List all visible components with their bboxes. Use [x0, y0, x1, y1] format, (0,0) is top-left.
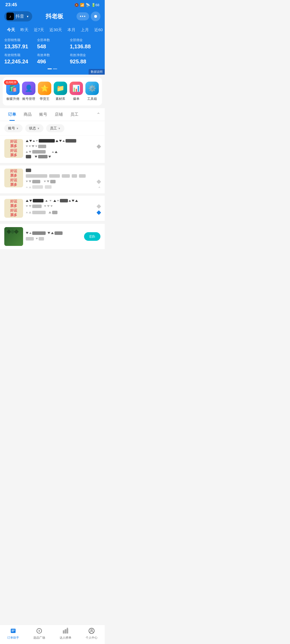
- account-manage-icon: 👤: [22, 82, 35, 95]
- brand-button[interactable]: ♪ 抖音 ▼: [4, 11, 32, 21]
- order-image-1: 好运 票多 好运 票多: [4, 139, 23, 158]
- tab-orders[interactable]: 订单: [4, 108, 20, 121]
- date-tab-7days[interactable]: 近7天: [31, 26, 47, 34]
- filter-account-button[interactable]: 账号 ▼: [4, 124, 23, 132]
- tool-label-2: 账号管理: [22, 97, 35, 101]
- status-bar: 23:45 🔕 📶 📡 🔋68: [0, 0, 105, 9]
- stat-total-sales: 全部销售额 13,357.91: [4, 38, 35, 50]
- main-tabs: 订单 商品 账号 店铺 员工 ⌃: [0, 108, 105, 121]
- bottom-product-image: [4, 227, 23, 246]
- filter-employee-arrow: ▼: [58, 127, 61, 130]
- status-time: 23:45: [5, 2, 17, 8]
- filter-row: 账号 ▼ 状态 ▼ 员工 ▼: [0, 121, 105, 136]
- order-separator-2: [0, 194, 105, 196]
- status-icons: 🔕 📶 📡 🔋68: [74, 3, 99, 7]
- page-dot-1: [48, 68, 52, 69]
- tool-icon-wrap-5: 📊: [70, 82, 83, 95]
- page-title: 抖老板: [46, 12, 63, 20]
- page-dot-2: [53, 68, 57, 69]
- order-list: 好运 票多 好运 票多: [0, 136, 105, 221]
- order-content-3: [26, 199, 100, 216]
- filter-status-button[interactable]: 状态 ▼: [25, 124, 44, 132]
- tool-icon-wrap-3: ⭐: [38, 82, 51, 95]
- tool-label-5: 爆单: [73, 97, 79, 101]
- date-tab-60days[interactable]: 近60: [92, 26, 105, 34]
- wifi-icon: 📡: [86, 3, 90, 7]
- tab-products[interactable]: 商品: [20, 108, 35, 121]
- tool-icon-wrap-4: 📁: [54, 82, 67, 95]
- signal-icon: 📶: [80, 3, 84, 7]
- quick-tools: 低佣检测 🛍️ 橱窗升佣 👤 账号管理 ⭐ 带货王 📁 素材库 �: [3, 77, 102, 105]
- stat-total-orders: 全部单数 548: [37, 38, 68, 50]
- filter-employee-label: 员工: [50, 126, 57, 131]
- brand-name: 抖音: [16, 14, 24, 19]
- header-actions: ••• ⏺: [77, 12, 100, 21]
- bottom-card: Eth: [0, 224, 105, 249]
- tool-toolbox[interactable]: ⚙️ 工具箱: [85, 82, 99, 101]
- stat-valid-sales: 有效销售额 12,245.24: [4, 53, 35, 65]
- order-item-3[interactable]: 好运 票多 好运 票多: [0, 196, 105, 221]
- order-separator-1: [0, 163, 105, 165]
- order-item-2[interactable]: 好运 票多 好运 票多: [0, 165, 105, 194]
- tool-badge-lowcommission: 低佣检测: [4, 80, 18, 85]
- action-button[interactable]: Eth: [84, 232, 100, 241]
- tool-explosive[interactable]: 📊 爆单: [70, 82, 83, 101]
- order-content-1: [26, 139, 100, 160]
- tool-window-commission[interactable]: 低佣检测 🛍️ 橱窗升佣: [6, 82, 20, 101]
- tab-collapse-icon[interactable]: ⌃: [96, 112, 100, 118]
- stats-section: 全部销售额 13,357.91 全部单数 548 全部佣金 1,136.88 有…: [0, 38, 105, 75]
- stat-total-commission: 全部佣金 1,136.88: [70, 38, 100, 50]
- mute-icon: 🔕: [74, 3, 79, 7]
- explosive-icon: 📊: [70, 82, 83, 95]
- toolbox-icon: ⚙️: [85, 82, 99, 95]
- filter-status-arrow: ▼: [37, 127, 40, 130]
- tool-material[interactable]: 📁 素材库: [54, 82, 67, 101]
- date-tab-thismonth[interactable]: 本月: [65, 26, 78, 34]
- order-item-1[interactable]: 好运 票多 好运 票多: [0, 136, 105, 163]
- tool-label-4: 素材库: [56, 97, 65, 101]
- filter-employee-button[interactable]: 员工 ▼: [46, 124, 64, 132]
- tab-store[interactable]: 店铺: [51, 108, 67, 121]
- tool-icon-wrap-6: ⚙️: [85, 82, 99, 95]
- stats-grid: 全部销售额 13,357.91 全部单数 548 全部佣金 1,136.88 有…: [4, 38, 100, 65]
- tool-label-3: 带货王: [40, 97, 49, 101]
- date-tabs: 今天 昨天 近7天 近30天 本月 上月 近60 | 📅: [0, 25, 105, 38]
- order-image-2: 好运 票多 好运 票多: [4, 169, 23, 187]
- order-image-3: 好运 票多 好运 票多: [4, 199, 23, 218]
- header: ♪ 抖音 ▼ 抖老板 ••• ⏺: [0, 9, 105, 25]
- date-tab-30days[interactable]: 近30天: [47, 26, 65, 34]
- filter-status-label: 状态: [29, 126, 36, 131]
- battery-icon: 🔋68: [91, 3, 99, 7]
- date-tab-lastmonth[interactable]: 上月: [78, 26, 92, 34]
- filter-account-label: 账号: [8, 126, 15, 131]
- bottom-content: [26, 231, 81, 242]
- tool-label-6: 工具箱: [87, 97, 97, 101]
- tab-employee[interactable]: 员工: [67, 108, 82, 121]
- date-tab-today[interactable]: 今天: [4, 26, 18, 34]
- stat-valid-net-commission: 有效净佣金 925.88: [70, 53, 100, 65]
- stat-valid-orders: 有效单数 496: [37, 53, 68, 65]
- tools-grid: 低佣检测 🛍️ 橱窗升佣 👤 账号管理 ⭐ 带货王 📁 素材库 �: [5, 82, 100, 101]
- tab-account[interactable]: 账号: [35, 108, 51, 121]
- brand-icon: ♪: [6, 13, 14, 20]
- brand-dropdown-icon: ▼: [26, 15, 29, 18]
- data-note[interactable]: 数据说明: [89, 69, 105, 75]
- order-content-2: [26, 169, 100, 190]
- material-icon: 📁: [54, 82, 67, 95]
- tool-account-manage[interactable]: 👤 账号管理: [22, 82, 35, 101]
- tool-top-seller[interactable]: ⭐ 带货王: [38, 82, 51, 101]
- date-tab-yesterday[interactable]: 昨天: [18, 26, 31, 34]
- record-button[interactable]: ⏺: [91, 12, 100, 21]
- filter-account-arrow: ▼: [16, 127, 19, 130]
- tool-icon-wrap-2: 👤: [22, 82, 35, 95]
- tool-icon-wrap-1: 低佣检测 🛍️: [6, 82, 20, 95]
- tool-label-1: 橱窗升佣: [6, 97, 19, 101]
- more-button[interactable]: •••: [77, 12, 89, 20]
- top-seller-icon: ⭐: [38, 82, 51, 95]
- stats-pagination: [4, 68, 100, 69]
